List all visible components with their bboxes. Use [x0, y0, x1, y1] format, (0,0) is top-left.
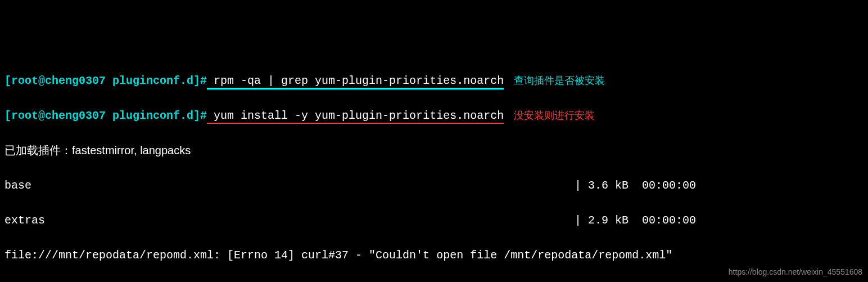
command-text: rpm -qa | grep yum-plugin-priorities.noa… — [207, 74, 504, 89]
repo-name: base — [4, 177, 31, 194]
repo-row-base: base| 3.6 kB 00:00:00 — [4, 177, 696, 194]
repo-stat: | 3.6 kB 00:00:00 — [575, 177, 696, 194]
annotation-label: 查询插件是否被安装 — [514, 75, 605, 86]
repo-row-extras: extras| 2.9 kB 00:00:00 — [4, 212, 696, 229]
output-error: file:///mnt/repodata/repomd.xml: [Errno … — [4, 247, 864, 264]
command-line-2: [root@cheng0307 pluginconf.d]# yum insta… — [4, 107, 864, 124]
shell-prompt: [root@cheng0307 pluginconf.d]# — [4, 109, 207, 122]
annotation-label: 没安装则进行安装 — [514, 110, 595, 121]
repo-stat: | 2.9 kB 00:00:00 — [575, 212, 696, 229]
command-text: yum install -y yum-plugin-priorities.noa… — [207, 109, 504, 124]
watermark-text: https://blog.csdn.net/weixin_45551608 — [729, 266, 862, 279]
output-loaded-plugins: 已加载插件：fastestmirror, langpacks — [4, 142, 864, 159]
repo-name: extras — [4, 212, 45, 229]
command-line-1: [root@cheng0307 pluginconf.d]# rpm -qa |… — [4, 72, 864, 89]
shell-prompt: [root@cheng0307 pluginconf.d]# — [4, 74, 207, 87]
